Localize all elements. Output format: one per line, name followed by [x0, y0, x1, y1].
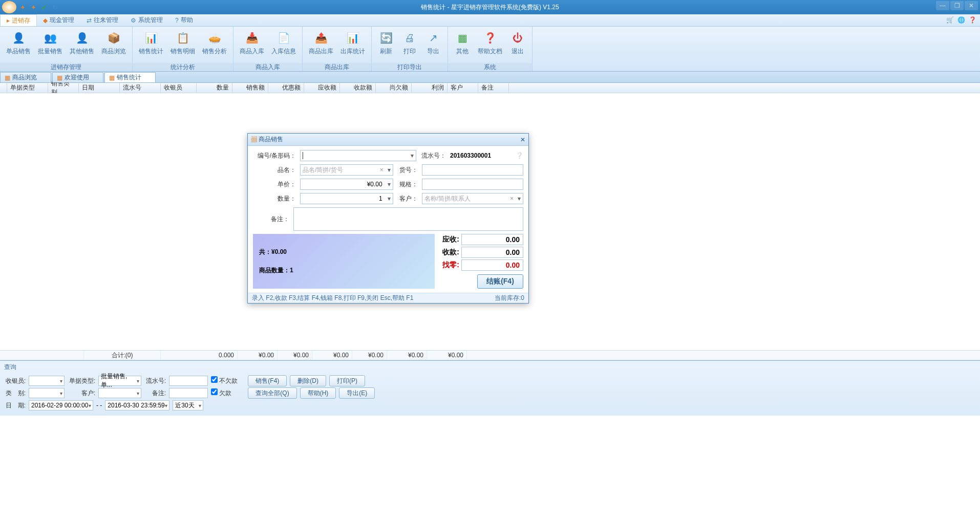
sku-input[interactable] [422, 164, 523, 176]
ribbon-button[interactable]: 👤其他销售 [67, 29, 97, 57]
column-header[interactable]: 利润 [412, 83, 448, 93]
print-button[interactable]: 打印(P) [329, 375, 365, 386]
ribbon-button[interactable]: ❓帮助文档 [475, 29, 505, 57]
ribbon-button[interactable]: 📦商品浏览 [98, 29, 129, 57]
customer-input[interactable]: 名称/简拼/联系人× [422, 193, 523, 204]
ribbon-button[interactable]: 📊出库统计 [337, 29, 368, 57]
ribbon-button[interactable]: 📊销售统计 [136, 29, 166, 57]
window-controls: — ❐ ✕ [936, 1, 978, 10]
ribbon-button[interactable]: ↗导出 [422, 29, 444, 57]
date-label: 日 期: [4, 401, 26, 410]
cashier-combo[interactable] [29, 376, 65, 386]
ribbon-button[interactable]: 🔄刷新 [375, 29, 397, 57]
dialog-close-icon[interactable]: ✕ [520, 136, 525, 143]
receivable-label: 应收: [439, 235, 459, 244]
grid-header: 单据类型销售类别日期流水号收银员数量销售额优惠额应收额收款额尚欠额利润客户备注 [0, 83, 980, 93]
menu-jinxiaocun[interactable]: ▸进销存 [0, 14, 37, 26]
ribbon-group: 📥商品入库📄入库信息商品入库 [233, 27, 303, 71]
qat-icon-2[interactable]: ✦ [29, 3, 38, 12]
received-label: 收款: [439, 248, 459, 257]
serial-value: 201603300001 [450, 152, 512, 159]
ribbon-button[interactable]: 👥批量销售 [35, 29, 66, 57]
billtype-combo[interactable]: 批量销售, 单... [98, 376, 141, 386]
maximize-button[interactable]: ❐ [950, 1, 964, 10]
product-name-input[interactable]: 品名/简拼/货号× [300, 164, 393, 176]
menu-dealings[interactable]: ⇄往来管理 [80, 14, 124, 26]
ribbon-button[interactable]: 👤单品销售 [3, 29, 34, 57]
price-input[interactable]: ¥0.00 [300, 179, 393, 190]
product-name-label: 品名： [253, 166, 296, 175]
column-header[interactable]: 收款额 [340, 83, 376, 93]
ribbon-button[interactable]: 📄入库信息 [268, 29, 299, 57]
receivable-value: 0.00 [461, 234, 523, 245]
help-button[interactable]: 帮助(H) [300, 387, 336, 399]
remark-textarea[interactable] [293, 207, 523, 231]
minimize-button[interactable]: — [936, 1, 949, 10]
totals-row: 合计:(0) 0.000 ¥0.00 ¥0.00 ¥0.00 ¥0.00 ¥0.… [0, 350, 980, 360]
ribbon-button[interactable]: 📤商品出库 [306, 29, 336, 57]
spec-label: 规格： [397, 180, 418, 189]
qty-label: 数量： [253, 194, 296, 203]
ribbon-button[interactable]: 📥商品入库 [237, 29, 267, 57]
column-header[interactable]: 销售额 [232, 83, 268, 93]
column-header[interactable]: 数量 [197, 83, 232, 93]
window-title: 销售统计 - 星宇进销存管理软件系统(免费版) V1.25 [421, 3, 559, 12]
remark-query-input[interactable] [169, 388, 208, 398]
type-combo[interactable] [29, 388, 65, 398]
qat-check-icon[interactable]: ✔ [39, 3, 49, 12]
column-header[interactable]: 单据类型 [7, 83, 48, 93]
customer-query-label: 客户: [68, 389, 95, 398]
tab[interactable]: ▦欢迎使用 [52, 72, 103, 82]
ribbon-button[interactable]: 🥧销售分析 [199, 29, 230, 57]
qat-refresh-icon[interactable]: ↻ [50, 3, 59, 12]
column-header[interactable]: 销售类别 [48, 83, 79, 93]
dialog-help-icon[interactable]: ❔ [516, 152, 523, 159]
ribbon-group: 📤商品出库📊出库统计商品出库 [303, 27, 372, 71]
column-header[interactable]: 日期 [79, 83, 120, 93]
checkout-button[interactable]: 结账(F4) [477, 274, 523, 289]
queryall-button[interactable]: 查询全部(Q) [248, 387, 296, 399]
sale-button[interactable]: 销售(F4) [248, 375, 287, 386]
column-header[interactable]: 尚欠额 [376, 83, 412, 93]
delete-button[interactable]: 删除(D) [290, 375, 326, 386]
menu-help[interactable]: ?帮助 [169, 14, 199, 26]
ribbon-button[interactable]: 🖨打印 [398, 29, 421, 57]
grid-body: ▦ 商品销售 ✕ 编号/条形码： 流水号： 201603300001 ❔ 品名：… [0, 93, 980, 350]
close-button[interactable]: ✕ [965, 1, 978, 10]
column-header[interactable]: 收银员 [161, 83, 197, 93]
column-header[interactable]: 应收额 [304, 83, 340, 93]
date-to-input[interactable]: 2016-03-30 23:59:59 [105, 400, 169, 410]
query-title: 查询 [4, 363, 976, 372]
qty-input[interactable]: 1 [300, 193, 393, 204]
export-button[interactable]: 导出(E) [339, 387, 375, 399]
noarrears-checkbox[interactable] [211, 376, 218, 383]
column-header[interactable]: 客户 [448, 83, 478, 93]
barcode-input[interactable] [300, 150, 416, 161]
globe-icon[interactable]: 🌐 [957, 16, 966, 25]
ribbon-button[interactable]: ▦其他 [451, 29, 474, 57]
tab[interactable]: ▦商品浏览 [0, 72, 51, 82]
column-header[interactable]: 优惠额 [268, 83, 304, 93]
spec-input[interactable] [422, 179, 523, 190]
help-icon[interactable]: ❓ [969, 16, 977, 25]
ribbon-group: ▦其他❓帮助文档⏻退出系统 [448, 27, 532, 71]
serial-query-input[interactable] [169, 376, 208, 386]
tab[interactable]: ▦销售统计 [104, 72, 156, 82]
received-input[interactable]: 0.00 [461, 247, 523, 258]
dialog-titlebar: ▦ 商品销售 ✕ [248, 134, 528, 146]
menu-cash[interactable]: ◆现金管理 [37, 14, 80, 26]
cart-icon[interactable]: 🛒 [946, 16, 954, 25]
arrears-checkbox[interactable] [211, 388, 218, 395]
date-range-combo[interactable]: 近30天 [173, 400, 203, 410]
ribbon-button[interactable]: ⏻退出 [506, 29, 529, 57]
ribbon-button[interactable]: 📋销售明细 [167, 29, 198, 57]
date-from-input[interactable]: 2016-02-29 00:00:00 [29, 400, 93, 410]
ribbon-group: 📊销售统计📋销售明细🥧销售分析统计分析 [133, 27, 233, 71]
qat-icon-1[interactable]: ✦ [18, 3, 27, 12]
app-icon[interactable] [2, 1, 16, 13]
column-header[interactable]: 流水号 [120, 83, 161, 93]
customer-combo[interactable] [98, 388, 141, 398]
menu-system[interactable]: ⚙系统管理 [124, 14, 169, 26]
column-header[interactable]: 备注 [478, 83, 509, 93]
sku-label: 货号： [397, 166, 418, 175]
